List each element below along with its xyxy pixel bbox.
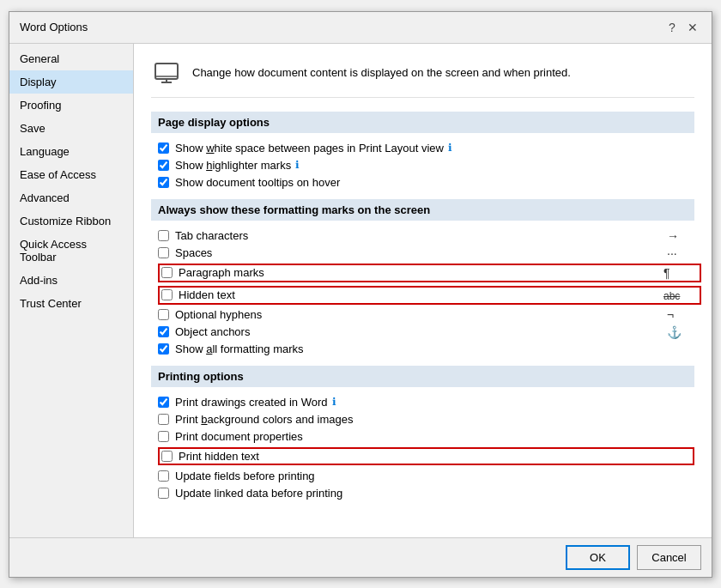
sidebar-item-trust-center[interactable]: Trust Center bbox=[9, 292, 133, 315]
display-icon bbox=[151, 58, 182, 88]
checkbox-hidden-text[interactable] bbox=[161, 289, 173, 300]
option-print-doc-props: Print document properties bbox=[158, 430, 694, 443]
checkbox-print-background[interactable] bbox=[158, 414, 169, 425]
formatting-marks-table: Tab characters → Spaces ··· Paragraph ma… bbox=[158, 229, 701, 355]
close-button[interactable]: ✕ bbox=[684, 19, 701, 36]
sidebar-item-customize-ribbon[interactable]: Customize Ribbon bbox=[9, 209, 133, 233]
symbol-spaces: ··· bbox=[667, 246, 701, 260]
checkbox-object-anchors[interactable] bbox=[158, 326, 169, 337]
label-print-hidden-text: Print hidden text bbox=[179, 450, 259, 463]
cancel-button[interactable]: Cancel bbox=[637, 545, 701, 570]
checkbox-print-hidden-text[interactable] bbox=[161, 451, 173, 462]
row-object-anchors: Object anchors ⚓ bbox=[158, 325, 701, 339]
label-hidden-text: Hidden text bbox=[179, 288, 663, 301]
option-update-fields: Update fields before printing bbox=[158, 470, 694, 482]
checkbox-paragraph-marks[interactable] bbox=[161, 267, 173, 278]
option-show-tooltips: Show document tooltips on hover bbox=[158, 176, 694, 189]
info-icon-whitespace[interactable]: ℹ bbox=[448, 142, 452, 154]
option-show-highlighter: Show highlighter marks ℹ bbox=[158, 159, 694, 172]
info-icon-print-drawings[interactable]: ℹ bbox=[332, 396, 336, 408]
content-header-text: Change how document content is displayed… bbox=[192, 66, 571, 79]
label-show-whitespace: Show white space between pages in Print … bbox=[175, 142, 444, 155]
symbol-paragraph-marks: ¶ bbox=[663, 266, 698, 280]
label-show-highlighter: Show highlighter marks bbox=[175, 159, 291, 172]
label-print-background: Print background colors and images bbox=[175, 413, 353, 426]
label-tab-chars: Tab characters bbox=[175, 229, 667, 242]
symbol-object-anchors: ⚓ bbox=[667, 325, 701, 339]
row-spaces: Spaces ··· bbox=[158, 246, 701, 260]
label-print-drawings: Print drawings created in Word bbox=[175, 396, 328, 409]
title-bar: Word Options ? ✕ bbox=[9, 12, 712, 44]
row-hidden-text: Hidden text abc bbox=[158, 286, 701, 305]
sidebar-item-proofing[interactable]: Proofing bbox=[9, 94, 133, 117]
dialog-footer: OK Cancel bbox=[9, 537, 712, 577]
content-header: Change how document content is displayed… bbox=[151, 58, 694, 98]
option-show-whitespace: Show white space between pages in Print … bbox=[158, 142, 694, 155]
sidebar-item-general[interactable]: General bbox=[9, 47, 133, 70]
checkbox-spaces[interactable] bbox=[158, 247, 169, 258]
checkbox-update-fields[interactable] bbox=[158, 470, 169, 482]
label-print-doc-props: Print document properties bbox=[175, 430, 303, 443]
printing-section-header: Printing options bbox=[151, 366, 694, 387]
option-update-linked: Update linked data before printing bbox=[158, 487, 694, 500]
sidebar: GeneralDisplayProofingSaveLanguageEase o… bbox=[9, 44, 134, 537]
checkbox-show-highlighter[interactable] bbox=[158, 160, 169, 171]
option-print-hidden-text: Print hidden text bbox=[158, 447, 694, 465]
dialog-title: Word Options bbox=[20, 21, 88, 33]
label-show-tooltips: Show document tooltips on hover bbox=[175, 176, 340, 189]
checkbox-show-whitespace[interactable] bbox=[158, 142, 169, 154]
title-bar-controls: ? ✕ bbox=[663, 19, 701, 36]
option-print-background: Print background colors and images bbox=[158, 413, 694, 426]
formatting-section-header: Always show these formatting marks on th… bbox=[151, 199, 694, 221]
checkbox-optional-hyphens[interactable] bbox=[158, 309, 169, 320]
option-print-drawings: Print drawings created in Word ℹ bbox=[158, 396, 694, 409]
word-options-dialog: Word Options ? ✕ GeneralDisplayProofingS… bbox=[9, 11, 712, 578]
symbol-tab-chars: → bbox=[667, 229, 701, 243]
sidebar-item-language[interactable]: Language bbox=[9, 140, 133, 163]
row-paragraph-marks: Paragraph marks ¶ bbox=[158, 264, 701, 282]
row-optional-hyphens: Optional hyphens ¬ bbox=[158, 308, 701, 322]
sidebar-item-add-ins[interactable]: Add-ins bbox=[9, 269, 133, 292]
checkbox-print-drawings[interactable] bbox=[158, 397, 169, 408]
row-tab-chars: Tab characters → bbox=[158, 229, 701, 243]
ok-button[interactable]: OK bbox=[566, 545, 630, 570]
content-area: Change how document content is displayed… bbox=[134, 44, 712, 537]
sidebar-item-display[interactable]: Display bbox=[9, 70, 133, 94]
sidebar-item-ease-of-access[interactable]: Ease of Access bbox=[9, 163, 133, 186]
sidebar-item-quick-access-toolbar[interactable]: Quick Access Toolbar bbox=[9, 233, 133, 269]
checkbox-show-tooltips[interactable] bbox=[158, 177, 169, 188]
label-show-all-formatting: Show all formatting marks bbox=[175, 342, 667, 355]
help-button[interactable]: ? bbox=[663, 19, 681, 36]
info-icon-highlighter[interactable]: ℹ bbox=[295, 159, 300, 171]
checkbox-update-linked[interactable] bbox=[158, 488, 169, 499]
dialog-body: GeneralDisplayProofingSaveLanguageEase o… bbox=[9, 44, 712, 537]
label-optional-hyphens: Optional hyphens bbox=[175, 308, 667, 321]
checkbox-tab-chars[interactable] bbox=[158, 230, 169, 241]
label-paragraph-marks: Paragraph marks bbox=[179, 266, 663, 279]
checkbox-print-doc-props[interactable] bbox=[158, 431, 169, 442]
sidebar-item-advanced[interactable]: Advanced bbox=[9, 186, 133, 209]
checkbox-show-all-formatting[interactable] bbox=[158, 343, 169, 355]
symbol-hidden-text: abc bbox=[663, 288, 698, 302]
sidebar-item-save[interactable]: Save bbox=[9, 117, 133, 140]
label-update-linked: Update linked data before printing bbox=[175, 487, 342, 500]
label-spaces: Spaces bbox=[175, 246, 667, 259]
row-show-all-formatting: Show all formatting marks bbox=[158, 342, 701, 355]
page-display-section-header: Page display options bbox=[151, 112, 694, 133]
label-update-fields: Update fields before printing bbox=[175, 470, 315, 482]
label-object-anchors: Object anchors bbox=[175, 325, 667, 338]
symbol-optional-hyphens: ¬ bbox=[667, 308, 701, 322]
